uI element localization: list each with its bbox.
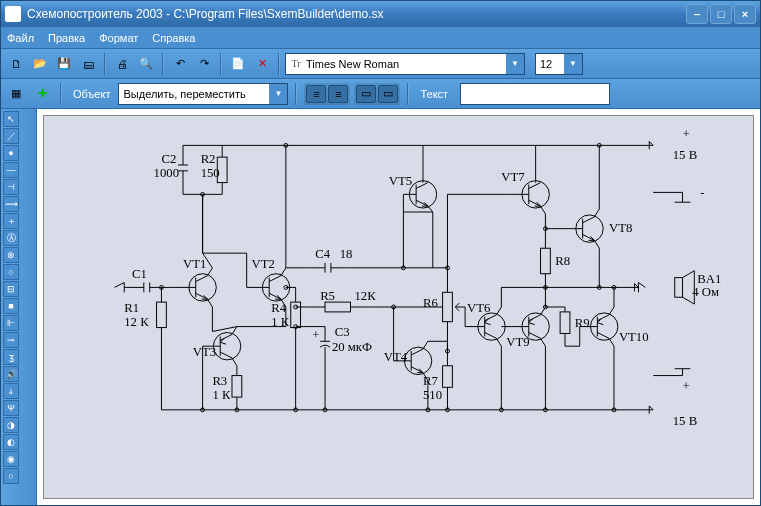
svg-text:C2: C2	[161, 152, 176, 166]
chevron-down-icon[interactable]: ▼	[564, 54, 582, 74]
object-select[interactable]: Выделить, переместить ▼	[118, 83, 288, 105]
svg-text:VT5: VT5	[389, 174, 412, 188]
svg-text:R9: R9	[575, 316, 590, 330]
palette-tool-12[interactable]: ⊩	[3, 315, 19, 331]
svg-text:-: -	[700, 185, 704, 199]
svg-line-29	[529, 200, 541, 206]
grid-icon[interactable]: ▦	[5, 83, 27, 105]
svg-line-183	[597, 315, 609, 321]
align-a-icon[interactable]: ▭	[356, 85, 376, 103]
palette-tool-4[interactable]: ⊣	[3, 179, 19, 195]
palette-tool-17[interactable]: Ψ	[3, 400, 19, 416]
svg-text:C3: C3	[335, 325, 350, 339]
chevron-down-icon[interactable]: ▼	[506, 54, 524, 74]
palette-tool-8[interactable]: ⊗	[3, 247, 19, 263]
svg-text:R2: R2	[201, 152, 216, 166]
align-center-icon[interactable]: ≡	[328, 85, 348, 103]
size-select[interactable]: 12 ▼	[535, 53, 583, 75]
svg-line-186	[609, 338, 614, 346]
svg-line-170	[541, 307, 546, 315]
svg-text:R7: R7	[423, 374, 438, 388]
menu-help[interactable]: Справка	[152, 32, 195, 44]
svg-text:R1: R1	[124, 301, 139, 315]
palette-tool-9[interactable]: ○	[3, 264, 19, 280]
svg-rect-121	[325, 302, 350, 312]
palette-tool-2[interactable]: ●	[3, 145, 19, 161]
svg-line-63	[208, 268, 213, 276]
palette-tool-1[interactable]: ／	[3, 128, 19, 144]
svg-line-74	[281, 268, 286, 276]
palette-tool-18[interactable]: ◑	[3, 417, 19, 433]
svg-line-35	[583, 235, 595, 241]
object-value: Выделить, переместить	[123, 88, 245, 100]
svg-text:C1: C1	[132, 267, 147, 281]
palette-tool-13[interactable]: ⊸	[3, 332, 19, 348]
save-icon[interactable]: 💾	[53, 53, 75, 75]
open-icon[interactable]: 📂	[29, 53, 51, 75]
titlebar: ✎ Схемопостроитель 2003 - C:\Program Fil…	[1, 1, 760, 27]
palette-tool-10[interactable]: ⊟	[3, 281, 19, 297]
saveall-icon[interactable]: 🖴	[77, 53, 99, 75]
svg-line-23	[428, 206, 433, 212]
svg-line-40	[594, 240, 599, 248]
add-icon[interactable]: ✚	[31, 83, 53, 105]
new-icon[interactable]: 🗋	[5, 53, 27, 75]
svg-text:1 К: 1 К	[212, 388, 231, 402]
svg-line-20	[416, 183, 428, 189]
svg-rect-194	[232, 376, 242, 398]
menu-edit[interactable]: Правка	[48, 32, 85, 44]
palette-tool-7[interactable]: Ⓐ	[3, 230, 19, 246]
svg-line-66	[208, 299, 213, 307]
align-b-icon[interactable]: ▭	[378, 85, 398, 103]
palette-tool-5[interactable]: ⟿	[3, 196, 19, 212]
canvas-area[interactable]: + 15 В C21000 R2150 VT5 VT7	[37, 109, 760, 505]
svg-text:R4: R4	[271, 301, 286, 315]
align-group2: ▭ ▭	[354, 83, 400, 105]
svg-line-61	[196, 293, 208, 299]
svg-line-145	[411, 349, 423, 355]
maximize-button[interactable]: □	[710, 4, 732, 24]
palette-tool-11[interactable]: ■	[3, 298, 19, 314]
palette-tool-15[interactable]: 🔊	[3, 366, 19, 382]
palette-tool-6[interactable]: ＋	[3, 213, 19, 229]
svg-text:VT3: VT3	[193, 345, 216, 359]
svg-line-156	[485, 332, 497, 338]
svg-line-71	[269, 276, 281, 282]
svg-text:+: +	[312, 328, 319, 342]
svg-text:1000: 1000	[154, 166, 179, 180]
svg-line-28	[529, 183, 541, 189]
preview-icon[interactable]: 🔍	[135, 53, 157, 75]
font-name: Times New Roman	[306, 58, 399, 70]
align-left-icon[interactable]: ≡	[306, 85, 326, 103]
svg-line-90	[541, 206, 546, 214]
svg-text:4 Ом: 4 Ом	[692, 285, 719, 299]
svg-text:R8: R8	[555, 254, 570, 268]
delete-icon[interactable]: ✕	[251, 53, 273, 75]
menu-file[interactable]: Файл	[7, 32, 34, 44]
palette-tool-3[interactable]: —	[3, 162, 19, 178]
print-icon[interactable]: 🖨	[111, 53, 133, 75]
copy-icon[interactable]: 📄	[227, 53, 249, 75]
svg-line-167	[529, 315, 541, 321]
palette-tool-14[interactable]: ʒ	[3, 349, 19, 365]
chevron-down-icon[interactable]: ▼	[269, 84, 287, 104]
font-select[interactable]: Tr Times New Roman ▼	[285, 53, 525, 75]
undo-icon[interactable]: ↶	[169, 53, 191, 75]
menu-format[interactable]: Формат	[99, 32, 138, 44]
close-button[interactable]: ×	[734, 4, 756, 24]
schematic-canvas[interactable]: + 15 В C21000 R2150 VT5 VT7	[43, 115, 754, 499]
palette-tool-21[interactable]: ○	[3, 468, 19, 484]
palette-tool-20[interactable]: ◉	[3, 451, 19, 467]
svg-rect-99	[675, 278, 683, 298]
palette-tool-16[interactable]: ⫰	[3, 383, 19, 399]
minimize-button[interactable]: –	[686, 4, 708, 24]
svg-text:12 К: 12 К	[124, 315, 149, 329]
palette-tool-0[interactable]: ↖	[3, 111, 19, 127]
svg-line-158	[496, 307, 501, 315]
palette-tool-19[interactable]: ◐	[3, 434, 19, 450]
text-input[interactable]	[460, 83, 610, 105]
svg-text:12К: 12К	[354, 289, 376, 303]
svg-rect-53	[157, 302, 167, 327]
redo-icon[interactable]: ↷	[193, 53, 215, 75]
text-label: Текст	[420, 88, 448, 100]
